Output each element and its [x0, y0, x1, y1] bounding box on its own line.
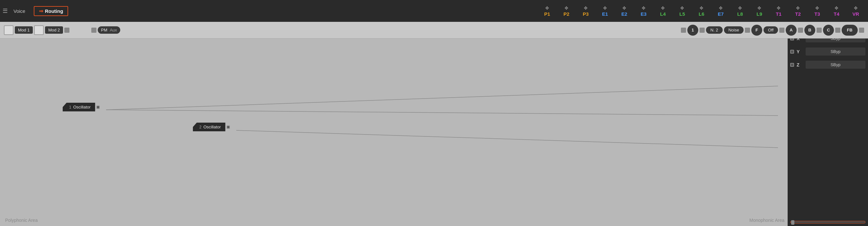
oscillator-2-shape: 2 Oscillator	[193, 123, 225, 131]
nav-label-l9: L9	[756, 11, 762, 17]
n2-button[interactable]: N. 2	[706, 26, 723, 34]
rp-label-z: Z	[797, 62, 803, 67]
nav-item-e1[interactable]: ✥ E1	[595, 5, 615, 17]
nav-label-p3: P3	[583, 11, 589, 17]
b-button[interactable]: B	[804, 25, 815, 36]
right-panel-content: X SByp Y SByp Z SByp	[787, 32, 868, 218]
nav-group: ✥ P1 ✥ P2 ✥ P3 ✥ E1 ✥ E2 ✥ E3 ✥ L4 ✥ L5 …	[537, 5, 865, 17]
nav-item-p1[interactable]: ✥ P1	[537, 5, 557, 17]
nav-item-t2[interactable]: ✥ T2	[788, 5, 808, 17]
noise-connector	[745, 28, 750, 33]
off-connector	[779, 28, 784, 33]
a-connector	[798, 28, 803, 33]
move-icon: ✥	[777, 5, 780, 11]
move-icon: ✥	[796, 5, 800, 11]
nav-item-p2[interactable]: ✥ P2	[557, 5, 576, 17]
move-icon: ✥	[680, 5, 684, 11]
nav-item-t4[interactable]: ✥ T4	[827, 5, 846, 17]
rp-connector-y[interactable]	[790, 50, 794, 53]
nav-label-e1: E1	[602, 11, 608, 17]
off-button[interactable]: Off	[764, 26, 778, 34]
routing-canvas[interactable]: 1 Oscillator 2 Oscillator Polyphonic Are…	[0, 39, 787, 226]
nav-item-l9[interactable]: ✥ L9	[750, 5, 769, 17]
fb-button[interactable]: FB	[842, 25, 858, 36]
rp-row-y: Y SByp	[790, 47, 865, 55]
osc1-output-connector[interactable]	[96, 106, 100, 109]
move-icon: ✥	[545, 5, 549, 11]
nav-label-l8: L8	[737, 11, 743, 17]
oscillator-1-node[interactable]: 1 Oscillator	[63, 103, 100, 111]
right-panel: X▶Y▶ZX+Y▶ZX+Y+Z X SByp Y SByp Z SByp	[787, 22, 868, 226]
move-icon: ✥	[738, 5, 742, 11]
noise-button[interactable]: Noise	[724, 26, 744, 34]
num1-button[interactable]: 1	[687, 25, 698, 36]
nav-item-l6[interactable]: ✥ L6	[692, 5, 711, 17]
move-icon: ✥	[757, 5, 761, 11]
oscillator-1-shape: 1 Oscillator	[63, 103, 95, 111]
nav-label-e3: E3	[641, 11, 647, 17]
nav-item-t1[interactable]: ✥ T1	[769, 5, 788, 17]
fb-connector	[859, 28, 864, 33]
slider-handle[interactable]	[791, 220, 795, 225]
osc2-number: 2	[199, 125, 202, 129]
nav-label-e7: E7	[718, 11, 724, 17]
nav-item-t3[interactable]: ✥ T3	[808, 5, 827, 17]
voice-label: Voice	[10, 7, 29, 15]
pm-button[interactable]: PM Aux	[98, 26, 120, 34]
move-icon: ✥	[642, 5, 646, 11]
n-connector	[700, 28, 705, 33]
move-icon: ✥	[719, 5, 723, 11]
mod1-checkbox[interactable]	[4, 25, 13, 35]
nav-label-vr: VR	[852, 11, 859, 17]
nav-label-p1: P1	[544, 11, 550, 17]
nav-item-e3[interactable]: ✥ E3	[634, 5, 653, 17]
c-button[interactable]: C	[823, 25, 834, 36]
f-button[interactable]: F	[751, 25, 762, 36]
osc2-output-connector[interactable]	[227, 125, 230, 129]
nav-item-p3[interactable]: ✥ P3	[576, 5, 595, 17]
osc1-number: 1	[69, 105, 71, 110]
nav-label-l4: L4	[660, 11, 666, 17]
move-icon: ✥	[564, 5, 568, 11]
menu-icon[interactable]: ☰	[3, 7, 8, 14]
oscillator-2-node[interactable]: 2 Oscillator	[193, 123, 230, 131]
nav-item-e2[interactable]: ✥ E2	[615, 5, 634, 17]
monophonic-area-label: Monophonic Area	[749, 218, 784, 223]
routing-label: Routing	[45, 8, 63, 14]
nav-label-t3: T3	[814, 11, 820, 17]
volume-slider[interactable]	[790, 221, 865, 223]
rp-connector-z[interactable]	[790, 63, 794, 67]
move-icon: ✥	[815, 5, 819, 11]
c-connector	[835, 28, 840, 33]
rp-btn-z[interactable]: SByp	[806, 61, 865, 69]
nav-item-l8[interactable]: ✥ L8	[731, 5, 750, 17]
routing-button[interactable]: ⇒ Routing	[34, 6, 68, 16]
polyphonic-area-label: Polyphonic Area	[5, 218, 38, 223]
nav-label-t2: T2	[795, 11, 801, 17]
routing-icon: ⇒	[39, 8, 43, 14]
rp-btn-y[interactable]: SByp	[806, 47, 865, 55]
a-button[interactable]: A	[786, 25, 797, 36]
mod2-checkbox[interactable]	[34, 25, 44, 35]
svg-line-0	[106, 86, 778, 110]
b-connector	[816, 28, 822, 33]
pm-connector	[91, 28, 96, 33]
move-icon: ✥	[622, 5, 626, 11]
mod1-label[interactable]: Mod 1	[15, 26, 33, 34]
nav-item-vr[interactable]: ✥ VR	[846, 5, 865, 17]
svg-line-2	[236, 130, 778, 148]
mod2-label[interactable]: Mod 2	[45, 26, 63, 34]
svg-line-1	[106, 110, 778, 116]
nav-item-l4[interactable]: ✥ L4	[653, 5, 673, 17]
move-icon: ✥	[700, 5, 704, 11]
nav-label-t4: T4	[834, 11, 839, 17]
top-navigation-bar: ☰ Voice ⇒ Routing ✥ P1 ✥ P2 ✥ P3 ✥ E1 ✥ …	[0, 0, 868, 22]
connections-svg	[0, 39, 787, 226]
rp-row-z: Z SByp	[790, 61, 865, 69]
n1-connector	[681, 28, 686, 33]
nav-item-l5[interactable]: ✥ L5	[673, 5, 692, 17]
nav-item-e7[interactable]: ✥ E7	[711, 5, 731, 17]
osc1-label: Oscillator	[73, 105, 91, 110]
controls-bar: Mod 1 Mod 2 PM Aux 1 N. 2 Noise F Off A …	[0, 22, 868, 39]
mod2-connector	[64, 28, 69, 33]
